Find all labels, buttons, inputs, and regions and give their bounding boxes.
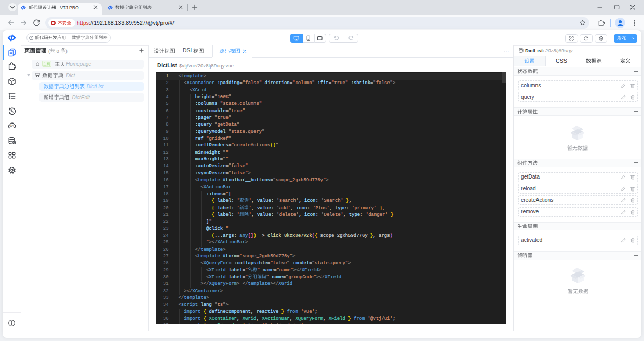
- svg-text:API: API: [10, 125, 14, 127]
